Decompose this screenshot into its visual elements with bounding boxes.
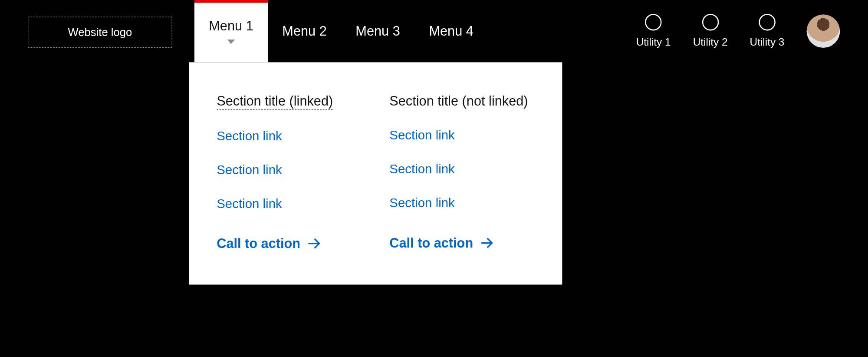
logo-text: Website logo <box>68 26 132 39</box>
dropdown-column-1: Section title (linked) Section link Sect… <box>217 93 362 251</box>
primary-nav: Menu 1 Menu 2 Menu 3 Menu 4 <box>194 0 488 62</box>
menu-label: Menu 4 <box>429 23 473 39</box>
dropdown-column-2: Section title (not linked) Section link … <box>389 93 534 251</box>
utility-label: Utility 1 <box>636 36 671 48</box>
utility-label: Utility 3 <box>750 36 785 48</box>
utility-nav: Utility 1 Utility 2 Utility 3 <box>636 0 868 62</box>
circle-icon <box>702 14 718 30</box>
website-logo[interactable]: Website logo <box>28 17 172 48</box>
menu-label: Menu 1 <box>209 18 253 34</box>
global-header: Website logo Menu 1 Menu 2 Menu 3 Menu 4… <box>0 0 868 62</box>
section-link[interactable]: Section link <box>217 162 362 178</box>
menu-dropdown: Section title (linked) Section link Sect… <box>189 62 562 284</box>
menu-item-3[interactable]: Menu 3 <box>341 0 414 62</box>
circle-icon <box>645 14 661 30</box>
section-link[interactable]: Section link <box>217 129 362 144</box>
menu-item-2[interactable]: Menu 2 <box>268 0 341 62</box>
section-link[interactable]: Section link <box>389 128 534 143</box>
utility-1[interactable]: Utility 1 <box>636 14 671 48</box>
section-link[interactable]: Section link <box>389 162 534 177</box>
section-title-linked[interactable]: Section title (linked) <box>217 93 333 109</box>
call-to-action[interactable]: Call to action <box>389 235 534 251</box>
utility-label: Utility 2 <box>693 36 728 48</box>
chevron-down-icon <box>227 40 235 44</box>
menu-item-1[interactable]: Menu 1 <box>194 0 268 62</box>
call-to-action[interactable]: Call to action <box>217 236 362 251</box>
arrow-right-icon <box>307 236 321 251</box>
section-link[interactable]: Section link <box>217 196 362 212</box>
cta-label: Call to action <box>217 236 300 251</box>
menu-label: Menu 2 <box>282 23 326 39</box>
circle-icon <box>759 14 775 30</box>
menu-item-4[interactable]: Menu 4 <box>414 0 488 62</box>
section-link[interactable]: Section link <box>389 196 534 211</box>
utility-2[interactable]: Utility 2 <box>693 14 728 48</box>
utility-3[interactable]: Utility 3 <box>750 14 785 48</box>
avatar[interactable] <box>807 14 840 48</box>
cta-label: Call to action <box>389 235 473 251</box>
arrow-right-icon <box>480 236 494 250</box>
section-title: Section title (not linked) <box>389 93 534 109</box>
menu-label: Menu 3 <box>355 23 400 39</box>
